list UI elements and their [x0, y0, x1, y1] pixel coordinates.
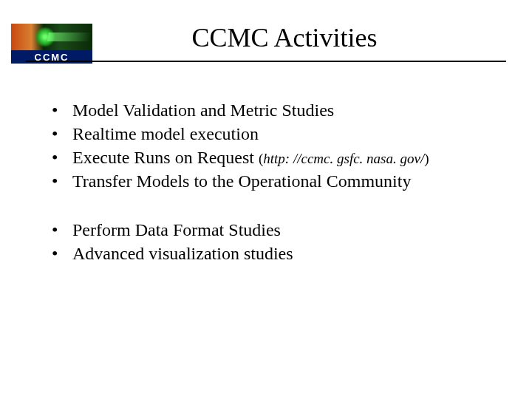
list-item: Advanced visualization studies	[52, 242, 484, 265]
list-item: Perform Data Format Studies	[52, 219, 484, 241]
slide-title: CCMC Activities	[37, 22, 532, 53]
bullet-group-2: Perform Data Format Studies Advanced vis…	[52, 219, 484, 265]
title-divider	[26, 61, 506, 62]
slide-header: CCMC Activities	[0, 0, 532, 62]
paren-close: )	[424, 151, 429, 166]
url-text: http: //ccmc. gsfc. nasa. gov/	[263, 151, 424, 166]
list-item: Model Validation and Metric Studies	[52, 99, 484, 121]
list-item: Realtime model execution	[52, 123, 484, 145]
slide-content: Model Validation and Metric Studies Real…	[0, 62, 532, 265]
bullet-text: Execute Runs on Request	[72, 148, 259, 167]
bullet-group-1: Model Validation and Metric Studies Real…	[52, 99, 484, 192]
list-item: Execute Runs on Request (http: //ccmc. g…	[52, 146, 484, 168]
list-item: Transfer Models to the Operational Commu…	[52, 170, 484, 192]
